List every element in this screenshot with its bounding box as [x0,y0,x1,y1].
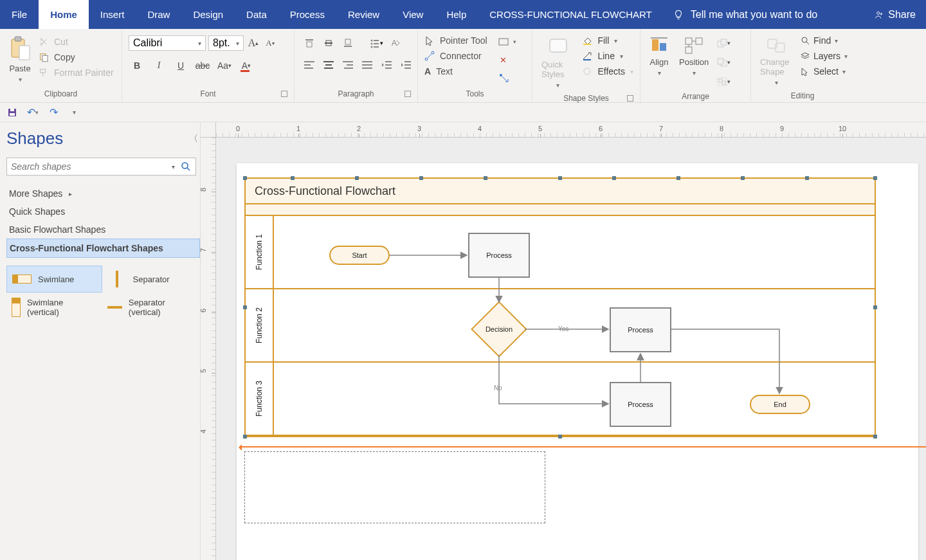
save-button[interactable] [5,105,19,120]
share-button[interactable]: Share [864,0,926,29]
decrease-indent-button[interactable] [378,57,395,73]
stencil-separator-vertical[interactable]: Separator (vertical) [102,293,198,322]
lane-2-label[interactable]: Function 2 [246,289,274,361]
ruler-horizontal[interactable]: 012345678910 [216,122,926,138]
svg-rect-55 [721,39,727,45]
dialog-launcher-icon[interactable] [404,91,411,97]
tab-draw[interactable]: Draw [136,0,181,29]
send-back-button[interactable]: ▾ [716,55,731,70]
stencil-swimlane[interactable]: Swimlane [6,266,102,293]
font-color-button[interactable]: A ▾ [238,57,255,74]
shape-process-1[interactable]: Process [468,233,530,278]
search-shapes-input[interactable]: ▾ [6,158,196,176]
pointer-tool-button[interactable]: Pointer Tool [424,34,487,47]
lane-1-label[interactable]: Function 1 [246,216,274,288]
stencil-swimlane-vertical[interactable]: Swimlane (vertical) [6,293,102,322]
align-middle-button[interactable] [320,35,337,51]
align-top-button[interactable] [301,35,318,51]
change-case-button[interactable]: Aa ▾ [216,57,233,74]
font-size-combo[interactable]: 8pt.▾ [208,35,244,51]
group-shapes-button[interactable]: ▾ [716,74,731,89]
connection-point-button[interactable] [496,70,511,86]
bullets-button[interactable]: ▾ [368,35,385,51]
ruler-vertical[interactable]: 45678 [201,138,216,560]
tell-me-search[interactable]: Tell me what you want to do [664,0,826,29]
text-direction-button[interactable]: A [387,35,404,51]
quick-access-toolbar: ↶ ▾ ↷ ▾ [0,103,926,122]
copy-button[interactable]: Copy [39,51,114,64]
increase-indent-button[interactable] [397,57,414,73]
align-bottom-button[interactable] [340,35,356,51]
line-button[interactable]: Line ▾ [582,50,633,62]
tab-insert[interactable]: Insert [89,0,136,29]
font-name-combo[interactable]: Calibri▾ [129,35,206,51]
quick-shapes-link[interactable]: Quick Shapes [6,203,200,221]
tab-help[interactable]: Help [435,0,478,29]
shape-decision[interactable]: Decision [473,303,525,355]
group-label-clipboard: Clipboard [6,87,115,100]
align-button[interactable]: Align▾ [647,33,671,79]
shape-process-3[interactable]: Process [610,382,671,427]
align-center-button[interactable] [320,57,337,73]
delete-connector-button[interactable]: ✕ [496,52,511,68]
swimlane-container-title[interactable]: Cross-Functional Flowchart [246,179,875,204]
text-tool-button[interactable]: AText [424,65,487,78]
rectangle-dropdown[interactable] [496,34,511,50]
shape-process-2[interactable]: Process [610,307,671,352]
change-shape-button[interactable]: Change Shape▾ [758,33,795,89]
quick-styles-button[interactable]: Quick Styles▾ [539,33,577,91]
shapes-pane-title: Shapes [6,129,187,149]
align-right-button[interactable] [340,57,356,73]
decrease-font-button[interactable]: A▾ [263,35,277,51]
customize-qat-dropdown[interactable]: ▾ [67,105,81,120]
tab-data[interactable]: Data [235,0,278,29]
shape-end[interactable]: End [750,395,810,414]
ruler-corner [201,122,216,138]
stencil-separator[interactable]: Separator [102,266,198,293]
strikethrough-button[interactable]: abc [194,57,211,74]
svg-point-43 [500,74,502,77]
connector-tool-button[interactable]: Connector [424,50,487,62]
tab-view[interactable]: View [391,0,435,29]
underline-button[interactable]: U [172,57,189,74]
cut-button[interactable]: Cut [39,35,114,48]
tab-review[interactable]: Review [336,0,391,29]
find-button[interactable]: Find ▾ [801,34,848,47]
group-shape-styles: Quick Styles▾ Fill ▾ Line ▾ Effects ▾ Sh… [532,29,640,102]
cross-functional-stencil[interactable]: Cross-Functional Flowchart Shapes [6,239,200,258]
group-label-shape-styles: Shape Styles [539,91,633,104]
tab-design[interactable]: Design [181,0,235,29]
bold-button[interactable]: B [129,57,145,74]
increase-font-button[interactable]: A▴ [246,35,260,51]
lane-3-label[interactable]: Function 3 [246,363,274,435]
effects-button[interactable]: Effects ▾ [582,65,633,78]
svg-rect-45 [583,44,591,45]
undo-button[interactable]: ↶ ▾ [26,105,40,120]
fill-button[interactable]: Fill ▾ [582,34,633,47]
bring-front-button[interactable]: ▾ [716,35,731,51]
dialog-launcher-icon[interactable] [627,95,633,102]
collapse-pane-button[interactable]: 〈 [187,133,200,145]
align-left-button[interactable] [301,57,318,73]
swimlane-container[interactable]: Cross-Functional Flowchart Function 1 Fu… [244,177,876,437]
more-shapes-link[interactable]: More Shapes▸ [6,185,200,203]
basic-flowchart-stencil[interactable]: Basic Flowchart Shapes [6,221,200,239]
tab-file[interactable]: File [0,0,39,29]
horizontal-guide[interactable] [241,446,926,447]
layers-button[interactable]: Layers ▾ [801,50,848,62]
format-painter-button[interactable]: Format Painter [39,66,114,79]
chevron-down-icon: ▾ [775,79,778,86]
italic-button[interactable]: I [150,57,167,74]
redo-button[interactable]: ↷ [46,105,60,120]
dialog-launcher-icon[interactable] [281,91,287,97]
position-button[interactable]: Position▾ [676,33,711,79]
drawing-canvas[interactable]: Cross-Functional Flowchart Function 1 Fu… [216,138,926,560]
tab-home[interactable]: Home [39,0,89,29]
tab-process[interactable]: Process [278,0,336,29]
svg-rect-34 [385,61,392,62]
shape-start[interactable]: Start [329,246,390,265]
paste-button[interactable]: Paste ▾ [6,33,33,86]
select-button[interactable]: Select ▾ [801,65,848,78]
lightbulb-icon [673,9,684,21]
justify-button[interactable] [359,57,376,73]
